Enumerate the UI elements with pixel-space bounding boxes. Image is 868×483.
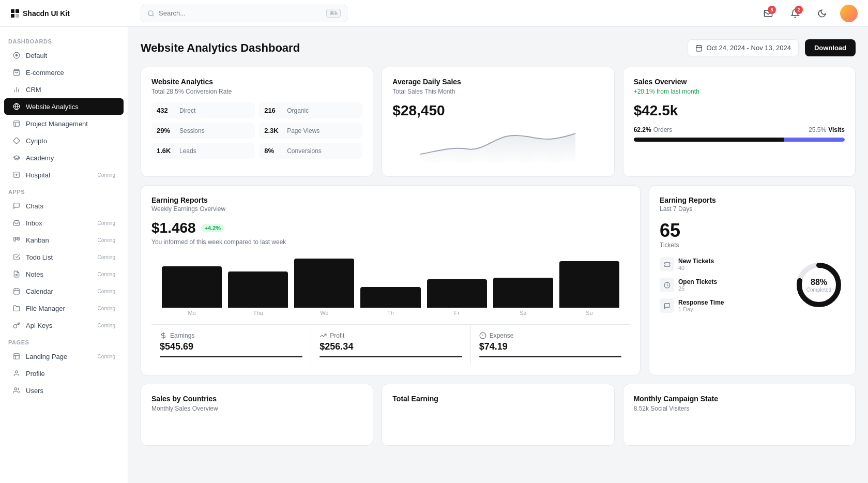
search-kbd: ⌘k xyxy=(326,9,341,18)
analytics-value: 29% xyxy=(157,127,175,134)
search-bar[interactable]: ⌘k xyxy=(141,5,347,22)
svg-point-23 xyxy=(14,388,17,390)
mail-button[interactable]: 8 xyxy=(759,5,777,22)
bell-button[interactable]: 2 xyxy=(786,5,804,22)
theme-button[interactable] xyxy=(813,5,831,22)
shopping-bag-icon xyxy=(12,68,21,77)
bar-mo xyxy=(162,266,222,308)
coming-badge-todo-list: Coming xyxy=(98,254,115,260)
bar-group-thu: Thu xyxy=(228,271,288,316)
analytics-label: Direct xyxy=(179,107,195,114)
earn-stat-profit: Profit $256.34 xyxy=(311,325,470,365)
page-title: Website Analytics Dashboard xyxy=(141,41,300,55)
sidebar-item-project-management[interactable]: Project Management xyxy=(4,115,124,132)
svg-point-7 xyxy=(16,54,18,56)
analytics-item: 8%Conversions xyxy=(259,143,362,159)
svg-point-4 xyxy=(148,10,153,15)
sidebar-item-api-keys[interactable]: Api Keys Coming xyxy=(4,317,124,334)
orders-label: 62.2% Orders xyxy=(634,126,673,133)
donut-pct: 88% xyxy=(811,278,827,287)
bar-group-th: Th xyxy=(360,287,420,316)
ticket-count-1: 25 xyxy=(678,285,717,292)
ds-subtitle: Total Sales This Month xyxy=(392,88,603,95)
bar-group-mo: Mo xyxy=(162,266,222,316)
sidebar-label-crm: CRM xyxy=(26,86,115,94)
kanban-icon xyxy=(12,236,21,244)
date-range-button[interactable]: Oct 24, 2024 - Nov 13, 2024 xyxy=(688,39,799,56)
sidebar-item-default[interactable]: Default xyxy=(4,47,124,64)
sidebar-item-notes[interactable]: Notes Coming xyxy=(4,266,124,282)
key-icon xyxy=(12,321,21,329)
avatar[interactable] xyxy=(840,5,858,22)
analytics-value: 2.3K xyxy=(264,127,283,134)
donut-label: 88% Completed xyxy=(793,259,845,311)
earn-stat-value-0: $545.69 xyxy=(160,341,302,352)
inbox-icon xyxy=(12,219,21,227)
sidebar: Dashboards Default E-commerce CRM Websit… xyxy=(0,27,128,483)
sidebar-label-users: Users xyxy=(26,387,115,395)
earn-stat-underline-0 xyxy=(160,356,302,357)
download-button[interactable]: Download xyxy=(805,39,856,56)
sidebar-item-crm[interactable]: CRM xyxy=(4,81,124,98)
sidebar-item-kanban[interactable]: Kanban Coming xyxy=(4,232,124,248)
top-cards-row: Website Analytics Total 28.5% Conversion… xyxy=(141,67,856,177)
visits-label: 25.5% Visits xyxy=(809,126,845,133)
ticket-icon-1 xyxy=(660,278,674,292)
sidebar-item-todo-list[interactable]: Todo List Coming xyxy=(4,249,124,265)
tickets-card: Earning Reports Last 7 Days 65 Tickets N… xyxy=(649,185,856,375)
analytics-item: 216Organic xyxy=(259,102,362,118)
earn-stat-underline-1 xyxy=(319,356,462,357)
bar-label-we: We xyxy=(320,310,328,316)
sidebar-item-profile[interactable]: Profile xyxy=(4,365,124,382)
sidebar-label-website-analytics: Website Analytics xyxy=(26,103,115,111)
earn-stat-value-2: $74.19 xyxy=(479,341,621,352)
svg-rect-13 xyxy=(14,121,20,127)
tc-big-number: 65 xyxy=(660,220,845,242)
sidebar-item-chats[interactable]: Chats xyxy=(4,198,124,214)
so-value: $42.5k xyxy=(634,102,845,119)
orders-bar xyxy=(634,138,784,142)
ticket-title-2: Response Time xyxy=(678,299,724,306)
search-input[interactable] xyxy=(159,9,322,17)
analytics-label: Leads xyxy=(179,147,196,155)
sidebar-item-cyripto[interactable]: Cyripto xyxy=(4,132,124,149)
ticket-donut-row: New Tickets 40 Open Tickets 25 Response … xyxy=(660,257,845,313)
svg-rect-2 xyxy=(11,14,14,18)
sidebar-item-ecommerce[interactable]: E-commerce xyxy=(4,64,124,81)
earn-stat-earnings: Earnings $545.69 xyxy=(151,325,311,365)
ticket-info-1: Open Tickets 25 xyxy=(678,278,717,292)
bar-th xyxy=(360,287,420,308)
sidebar-item-users[interactable]: Users xyxy=(4,382,124,399)
bottom-cards-row: Sales by Countries Monthly Sales Overvie… xyxy=(141,384,856,446)
sidebar-item-academy[interactable]: Academy xyxy=(4,149,124,166)
earn-stats: Earnings $545.69 Profit $256.34 Expense … xyxy=(151,324,630,365)
coming-badge-inbox: Coming xyxy=(98,220,115,226)
coming-badge-landing-page: Coming xyxy=(98,354,115,359)
topbar: Shacdn UI Kit ⌘k 8 2 xyxy=(0,0,868,27)
sidebar-label-academy: Academy xyxy=(26,154,115,162)
analytics-label: Organic xyxy=(287,107,309,114)
globe-icon xyxy=(12,102,21,111)
analytics-item: 29%Sessions xyxy=(151,123,255,139)
sidebar-item-hospital[interactable]: Hospital Coming xyxy=(4,167,124,183)
ticket-item-new-tickets: New Tickets 40 xyxy=(660,257,793,271)
logo-icon xyxy=(10,9,20,18)
sidebar-item-website-analytics[interactable]: Website Analytics xyxy=(4,98,124,115)
analytics-item: 1.6KLeads xyxy=(151,143,255,159)
sidebar-item-file-manager[interactable]: File Manager Coming xyxy=(4,300,124,316)
sidebar-label-inbox: Inbox xyxy=(26,219,93,227)
sidebar-item-inbox[interactable]: Inbox Coming xyxy=(4,215,124,231)
ticket-list: New Tickets 40 Open Tickets 25 Response … xyxy=(660,257,793,313)
tc-subtitle: Last 7 Days xyxy=(660,205,845,213)
sidebar-item-calendar[interactable]: Calendar Coming xyxy=(4,283,124,299)
website-analytics-card: Website Analytics Total 28.5% Conversion… xyxy=(141,67,373,177)
sidebar-label-chats: Chats xyxy=(26,202,115,210)
svg-rect-1 xyxy=(16,9,19,13)
svg-rect-15 xyxy=(14,237,16,242)
wa-card-subtitle: Total 28.5% Conversion Rate xyxy=(151,88,362,95)
plus-square-icon xyxy=(12,171,21,179)
donut-text: Completed xyxy=(806,287,831,293)
sidebar-label-project-management: Project Management xyxy=(26,120,115,128)
sidebar-item-landing-page[interactable]: Landing Page Coming xyxy=(4,348,124,365)
sidebar-label-ecommerce: E-commerce xyxy=(26,69,115,77)
